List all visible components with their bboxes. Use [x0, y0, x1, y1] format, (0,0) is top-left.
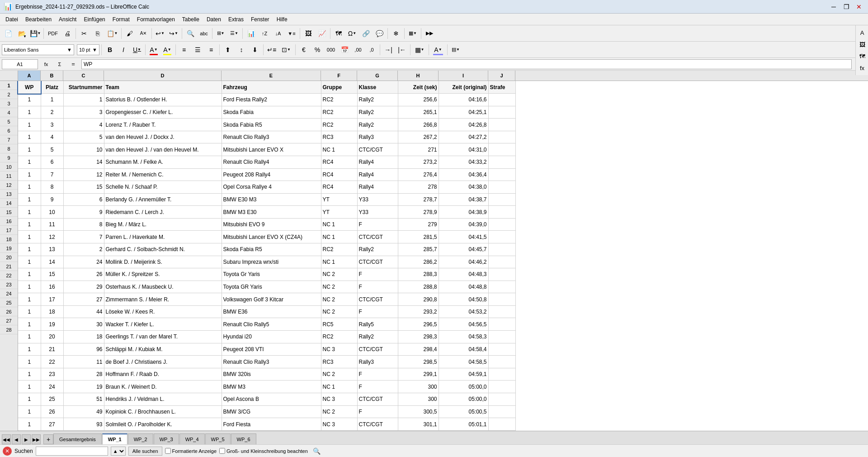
cell[interactable]: RC4: [321, 168, 357, 181]
cell[interactable]: F: [357, 405, 398, 418]
header-cell-startnummer[interactable]: Startnummer: [63, 81, 104, 94]
cell[interactable]: Zimmermann S. / Meier R.: [104, 293, 222, 306]
cell[interactable]: [488, 343, 515, 356]
cell[interactable]: 26: [41, 405, 63, 418]
cell[interactable]: [488, 168, 515, 181]
cell[interactable]: Rally4: [357, 156, 398, 168]
cell[interactable]: 04:41,5: [439, 231, 488, 243]
row-num-3[interactable]: 3: [0, 99, 18, 108]
cell[interactable]: Geerlings T. / van der Marel T.: [104, 331, 222, 343]
cell[interactable]: Solmileit O. / Parolholder K.: [104, 418, 222, 431]
cell[interactable]: 8: [41, 181, 63, 194]
cell[interactable]: YT: [321, 206, 357, 219]
borders-button[interactable]: ▦▼: [412, 43, 427, 56]
add-sheet-button[interactable]: +: [43, 434, 53, 444]
menu-item-ansicht[interactable]: Ansicht: [55, 15, 80, 24]
valign-top-button[interactable]: ⬆: [222, 43, 234, 56]
cell[interactable]: [488, 368, 515, 381]
cell[interactable]: BMW 320is: [222, 368, 321, 381]
cell[interactable]: 1: [63, 94, 104, 106]
indent-decrease-button[interactable]: |←: [396, 43, 408, 56]
cell[interactable]: 30: [63, 318, 104, 331]
macro-button[interactable]: ▶▶: [423, 27, 436, 40]
cell[interactable]: NC 3: [321, 343, 357, 356]
row-num-6[interactable]: 6: [0, 126, 18, 135]
cell[interactable]: 04:33,2: [439, 156, 488, 168]
sort-desc-button[interactable]: ↓A: [272, 27, 284, 40]
cell[interactable]: Skoda Fabia R5: [222, 243, 321, 256]
cell[interactable]: 1: [18, 343, 41, 356]
row-num-25[interactable]: 25: [0, 298, 18, 307]
cell[interactable]: 1: [18, 318, 41, 331]
cell[interactable]: 2: [63, 243, 104, 256]
cell[interactable]: 15: [41, 268, 63, 281]
cell[interactable]: 2: [41, 106, 63, 119]
cell[interactable]: 1: [18, 206, 41, 219]
cell[interactable]: Parren L. / Haverkate M.: [104, 231, 222, 243]
cell[interactable]: RC3: [321, 356, 357, 368]
menu-item-fenster[interactable]: Fenster: [247, 15, 273, 24]
cell[interactable]: Braun K. / Weinert D.: [104, 381, 222, 393]
cell[interactable]: RC2: [321, 243, 357, 256]
row-num-7[interactable]: 7: [0, 135, 18, 144]
valign-middle-button[interactable]: ↕: [235, 43, 248, 56]
cell[interactable]: 21: [41, 343, 63, 356]
cell[interactable]: [488, 381, 515, 393]
cell[interactable]: Lorenz T. / Rauber T.: [104, 119, 222, 131]
cell[interactable]: 18: [41, 305, 63, 318]
dec-decimal-button[interactable]: ,0: [365, 43, 378, 56]
row-num-28[interactable]: 28: [0, 325, 18, 334]
cell[interactable]: [488, 119, 515, 131]
sheet-tab-gesamtergebnis[interactable]: Gesamtergebnis: [53, 433, 102, 444]
chart-button[interactable]: 📊: [245, 27, 257, 40]
cell[interactable]: 27: [41, 418, 63, 431]
col-header-e[interactable]: E: [222, 71, 321, 81]
cell[interactable]: 04:31,0: [439, 143, 488, 156]
cell[interactable]: Ford Fiesta Rally2: [222, 94, 321, 106]
cell[interactable]: 7: [41, 168, 63, 181]
cell[interactable]: 05:01,1: [439, 418, 488, 431]
cell[interactable]: 1: [18, 168, 41, 181]
functions-button[interactable]: fx: [857, 62, 868, 73]
header-cell-team[interactable]: Team: [104, 81, 222, 94]
paste-button[interactable]: 📋▼: [105, 27, 119, 40]
cell[interactable]: van den Heuvel J. / Dockx J.: [104, 131, 222, 143]
minimize-button[interactable]: ─: [828, 2, 839, 11]
tab-nav-button-0[interactable]: ◀◀: [2, 434, 11, 444]
cell[interactable]: 6: [41, 156, 63, 168]
menu-item-extras[interactable]: Extras: [225, 15, 247, 24]
hyperlink-button[interactable]: 🔗: [359, 27, 372, 40]
cell[interactable]: 9: [63, 206, 104, 219]
formatted-display-checkbox[interactable]: [165, 448, 171, 454]
cell[interactable]: 298,3: [398, 331, 439, 343]
cell[interactable]: F: [357, 368, 398, 381]
cell[interactable]: 1: [18, 331, 41, 343]
cell[interactable]: 04:50,8: [439, 293, 488, 306]
cell[interactable]: Satorius B. / Ostlender H.: [104, 94, 222, 106]
cell[interactable]: [488, 256, 515, 268]
cell[interactable]: Schläppi M. / Kubiak M.: [104, 343, 222, 356]
cell[interactable]: [488, 193, 515, 206]
cell[interactable]: F: [357, 281, 398, 293]
cell[interactable]: 1: [18, 143, 41, 156]
cell[interactable]: 271: [398, 143, 439, 156]
col-header-a[interactable]: A: [18, 71, 41, 81]
cell[interactable]: 276,4: [398, 168, 439, 181]
cell[interactable]: 301,1: [398, 418, 439, 431]
cell[interactable]: 04:25,1: [439, 106, 488, 119]
menu-item-datei[interactable]: Datei: [2, 15, 22, 24]
cell[interactable]: Renault Clio Rally5: [222, 318, 321, 331]
row-num-24[interactable]: 24: [0, 289, 18, 298]
autofilter-button[interactable]: ▼≡: [285, 27, 298, 40]
bold-button[interactable]: B: [104, 43, 116, 56]
cell[interactable]: 27: [63, 293, 104, 306]
sheet-tab-wp_4[interactable]: WP_4: [179, 433, 205, 444]
search-input[interactable]: [36, 447, 108, 456]
function-wizard-button[interactable]: fx: [40, 58, 52, 71]
cell[interactable]: Y33: [357, 193, 398, 206]
cell[interactable]: 1: [18, 305, 41, 318]
cell[interactable]: 04:56,5: [439, 318, 488, 331]
header-cell-wp[interactable]: WP: [18, 81, 41, 94]
cell[interactable]: 04:58,5: [439, 356, 488, 368]
undo-button[interactable]: ↩▼: [154, 27, 166, 40]
